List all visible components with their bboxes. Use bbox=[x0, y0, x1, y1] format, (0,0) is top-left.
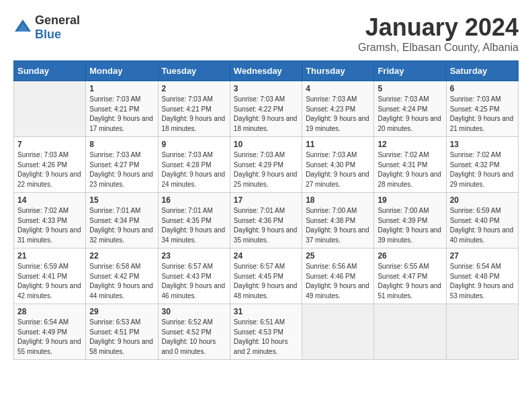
day-number: 2 bbox=[162, 84, 226, 93]
day-number: 6 bbox=[450, 84, 515, 93]
day-header-sunday: Sunday bbox=[14, 61, 86, 81]
cell-sun-info: Sunrise: 7:03 AMSunset: 4:24 PMDaylight:… bbox=[378, 95, 442, 134]
calendar-cell: 25Sunrise: 6:56 AMSunset: 4:46 PMDayligh… bbox=[302, 248, 374, 304]
day-number: 1 bbox=[89, 84, 154, 93]
day-number: 12 bbox=[378, 140, 442, 149]
day-header-friday: Friday bbox=[374, 61, 446, 81]
cell-sun-info: Sunrise: 6:55 AMSunset: 4:47 PMDaylight:… bbox=[378, 262, 442, 301]
cell-sun-info: Sunrise: 6:54 AMSunset: 4:48 PMDaylight:… bbox=[450, 262, 515, 301]
calendar-cell bbox=[446, 304, 518, 360]
cell-sun-info: Sunrise: 6:59 AMSunset: 4:41 PMDaylight:… bbox=[17, 262, 82, 301]
calendar-week-row: 21Sunrise: 6:59 AMSunset: 4:41 PMDayligh… bbox=[14, 248, 519, 304]
calendar-cell bbox=[14, 81, 86, 137]
calendar-cell bbox=[374, 304, 446, 360]
calendar-cell: 4Sunrise: 7:03 AMSunset: 4:23 PMDaylight… bbox=[302, 81, 374, 137]
day-number: 15 bbox=[89, 195, 154, 205]
cell-sun-info: Sunrise: 7:03 AMSunset: 4:29 PMDaylight:… bbox=[234, 150, 298, 189]
calendar-cell: 20Sunrise: 6:59 AMSunset: 4:40 PMDayligh… bbox=[446, 193, 518, 248]
cell-sun-info: Sunrise: 7:02 AMSunset: 4:31 PMDaylight:… bbox=[378, 150, 442, 189]
day-number: 4 bbox=[306, 84, 370, 93]
cell-sun-info: Sunrise: 7:03 AMSunset: 4:27 PMDaylight:… bbox=[89, 150, 154, 189]
day-number: 9 bbox=[162, 140, 226, 149]
cell-sun-info: Sunrise: 7:03 AMSunset: 4:26 PMDaylight:… bbox=[17, 150, 82, 189]
calendar-cell: 13Sunrise: 7:02 AMSunset: 4:32 PMDayligh… bbox=[446, 137, 518, 193]
calendar-cell: 9Sunrise: 7:03 AMSunset: 4:28 PMDaylight… bbox=[158, 137, 230, 193]
calendar-cell: 21Sunrise: 6:59 AMSunset: 4:41 PMDayligh… bbox=[14, 248, 86, 304]
cell-sun-info: Sunrise: 6:57 AMSunset: 4:45 PMDaylight:… bbox=[234, 262, 298, 301]
calendar-cell: 3Sunrise: 7:03 AMSunset: 4:22 PMDaylight… bbox=[230, 81, 302, 137]
month-title: January 2024 bbox=[358, 13, 519, 42]
calendar-cell: 5Sunrise: 7:03 AMSunset: 4:24 PMDaylight… bbox=[374, 81, 446, 137]
logo: General Blue bbox=[13, 13, 80, 42]
calendar-cell: 2Sunrise: 7:03 AMSunset: 4:21 PMDaylight… bbox=[158, 81, 230, 137]
cell-sun-info: Sunrise: 6:54 AMSunset: 4:49 PMDaylight:… bbox=[17, 318, 82, 357]
cell-sun-info: Sunrise: 7:03 AMSunset: 4:28 PMDaylight:… bbox=[162, 150, 226, 189]
day-number: 21 bbox=[17, 251, 82, 261]
day-number: 5 bbox=[378, 84, 442, 93]
day-number: 22 bbox=[89, 251, 154, 261]
calendar-week-row: 7Sunrise: 7:03 AMSunset: 4:26 PMDaylight… bbox=[14, 137, 519, 193]
calendar-header-row: SundayMondayTuesdayWednesdayThursdayFrid… bbox=[14, 61, 519, 81]
day-number: 23 bbox=[162, 251, 226, 261]
day-number: 25 bbox=[306, 251, 370, 261]
calendar-cell: 16Sunrise: 7:01 AMSunset: 4:35 PMDayligh… bbox=[158, 193, 230, 248]
cell-sun-info: Sunrise: 7:01 AMSunset: 4:36 PMDaylight:… bbox=[234, 206, 298, 245]
day-number: 16 bbox=[162, 195, 226, 205]
cell-sun-info: Sunrise: 6:57 AMSunset: 4:43 PMDaylight:… bbox=[162, 262, 226, 301]
cell-sun-info: Sunrise: 7:02 AMSunset: 4:32 PMDaylight:… bbox=[450, 150, 515, 189]
cell-sun-info: Sunrise: 7:03 AMSunset: 4:25 PMDaylight:… bbox=[450, 95, 515, 134]
cell-sun-info: Sunrise: 7:00 AMSunset: 4:38 PMDaylight:… bbox=[306, 206, 370, 245]
cell-sun-info: Sunrise: 6:51 AMSunset: 4:53 PMDaylight:… bbox=[234, 318, 298, 357]
day-header-wednesday: Wednesday bbox=[230, 61, 302, 81]
calendar-cell: 14Sunrise: 7:02 AMSunset: 4:33 PMDayligh… bbox=[14, 193, 86, 248]
calendar-cell: 29Sunrise: 6:53 AMSunset: 4:51 PMDayligh… bbox=[86, 304, 158, 360]
day-number: 19 bbox=[378, 195, 442, 205]
day-number: 26 bbox=[378, 251, 442, 261]
calendar-cell: 30Sunrise: 6:52 AMSunset: 4:52 PMDayligh… bbox=[158, 304, 230, 360]
calendar-table: SundayMondayTuesdayWednesdayThursdayFrid… bbox=[13, 60, 519, 360]
calendar-cell: 18Sunrise: 7:00 AMSunset: 4:38 PMDayligh… bbox=[302, 193, 374, 248]
day-number: 3 bbox=[234, 84, 298, 93]
calendar-cell: 26Sunrise: 6:55 AMSunset: 4:47 PMDayligh… bbox=[374, 248, 446, 304]
logo-blue-text: Blue bbox=[35, 28, 61, 41]
day-number: 31 bbox=[234, 307, 298, 316]
calendar-cell: 11Sunrise: 7:03 AMSunset: 4:30 PMDayligh… bbox=[302, 137, 374, 193]
calendar-cell: 27Sunrise: 6:54 AMSunset: 4:48 PMDayligh… bbox=[446, 248, 518, 304]
calendar-cell: 12Sunrise: 7:02 AMSunset: 4:31 PMDayligh… bbox=[374, 137, 446, 193]
cell-sun-info: Sunrise: 7:01 AMSunset: 4:34 PMDaylight:… bbox=[89, 206, 154, 245]
day-number: 18 bbox=[306, 195, 370, 205]
day-header-monday: Monday bbox=[86, 61, 158, 81]
cell-sun-info: Sunrise: 7:03 AMSunset: 4:22 PMDaylight:… bbox=[234, 95, 298, 134]
day-number: 27 bbox=[450, 251, 515, 261]
calendar-cell: 19Sunrise: 7:00 AMSunset: 4:39 PMDayligh… bbox=[374, 193, 446, 248]
calendar-cell: 22Sunrise: 6:58 AMSunset: 4:42 PMDayligh… bbox=[86, 248, 158, 304]
title-area: January 2024 Gramsh, Elbasan County, Alb… bbox=[358, 13, 519, 54]
logo-icon bbox=[13, 18, 32, 37]
cell-sun-info: Sunrise: 7:03 AMSunset: 4:21 PMDaylight:… bbox=[89, 95, 154, 134]
calendar-week-row: 1Sunrise: 7:03 AMSunset: 4:21 PMDaylight… bbox=[14, 81, 519, 137]
cell-sun-info: Sunrise: 7:03 AMSunset: 4:30 PMDaylight:… bbox=[306, 150, 370, 189]
calendar-cell: 28Sunrise: 6:54 AMSunset: 4:49 PMDayligh… bbox=[14, 304, 86, 360]
day-number: 13 bbox=[450, 140, 515, 149]
day-number: 14 bbox=[17, 195, 82, 205]
cell-sun-info: Sunrise: 6:56 AMSunset: 4:46 PMDaylight:… bbox=[306, 262, 370, 301]
cell-sun-info: Sunrise: 7:00 AMSunset: 4:39 PMDaylight:… bbox=[378, 206, 442, 245]
calendar-cell: 8Sunrise: 7:03 AMSunset: 4:27 PMDaylight… bbox=[86, 137, 158, 193]
calendar-cell: 17Sunrise: 7:01 AMSunset: 4:36 PMDayligh… bbox=[230, 193, 302, 248]
calendar-cell: 24Sunrise: 6:57 AMSunset: 4:45 PMDayligh… bbox=[230, 248, 302, 304]
day-number: 10 bbox=[234, 140, 298, 149]
calendar-cell: 1Sunrise: 7:03 AMSunset: 4:21 PMDaylight… bbox=[86, 81, 158, 137]
day-number: 11 bbox=[306, 140, 370, 149]
cell-sun-info: Sunrise: 7:03 AMSunset: 4:23 PMDaylight:… bbox=[306, 95, 370, 134]
location-title: Gramsh, Elbasan County, Albania bbox=[358, 42, 519, 54]
day-header-thursday: Thursday bbox=[302, 61, 374, 81]
calendar-cell bbox=[302, 304, 374, 360]
calendar-cell: 6Sunrise: 7:03 AMSunset: 4:25 PMDaylight… bbox=[446, 81, 518, 137]
calendar-week-row: 28Sunrise: 6:54 AMSunset: 4:49 PMDayligh… bbox=[14, 304, 519, 360]
day-number: 7 bbox=[17, 140, 82, 149]
day-number: 17 bbox=[234, 195, 298, 205]
cell-sun-info: Sunrise: 7:02 AMSunset: 4:33 PMDaylight:… bbox=[17, 206, 82, 245]
calendar-week-row: 14Sunrise: 7:02 AMSunset: 4:33 PMDayligh… bbox=[14, 193, 519, 248]
day-number: 24 bbox=[234, 251, 298, 261]
calendar-cell: 10Sunrise: 7:03 AMSunset: 4:29 PMDayligh… bbox=[230, 137, 302, 193]
